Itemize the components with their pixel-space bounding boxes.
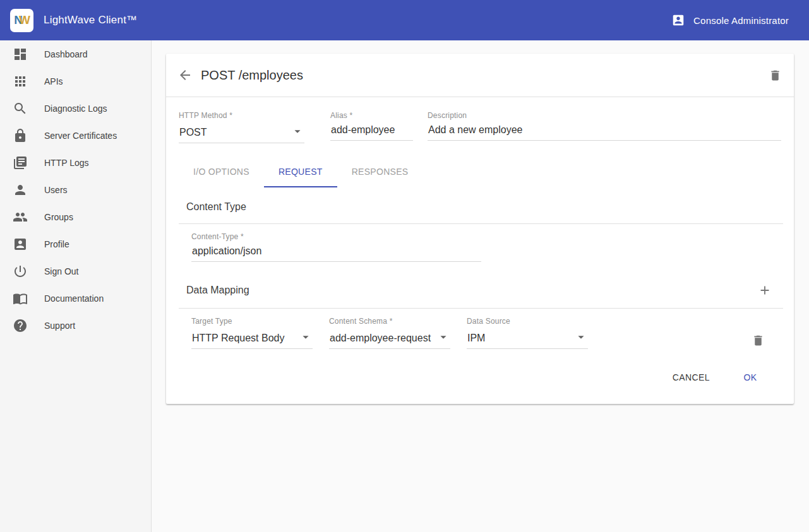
- sidebar-item-label: Dashboard: [44, 49, 88, 59]
- search-icon: [13, 101, 28, 116]
- data-source-value: IPM: [467, 333, 485, 344]
- ok-button[interactable]: OK: [730, 366, 770, 389]
- content-type-row: Content-Type * application/json: [166, 224, 794, 262]
- app-logo: NW: [10, 9, 33, 32]
- trash-icon: [752, 334, 765, 347]
- sidebar-nav: Dashboard APIs Diagnostic Logs Server Ce…: [0, 40, 152, 532]
- method-form-row: HTTP Method * POST Alias * add-employee …: [166, 97, 794, 143]
- user-account-button[interactable]: Console Administrator: [671, 13, 789, 27]
- sidebar-item-label: APIs: [44, 76, 63, 86]
- library-books-icon: [13, 155, 28, 170]
- sidebar-item-sign-out[interactable]: Sign Out: [0, 257, 151, 285]
- sidebar-item-label: Server Certificates: [44, 131, 117, 141]
- data-mapping-heading: Data Mapping: [186, 285, 249, 296]
- sidebar-item-label: Profile: [44, 239, 69, 249]
- content-schema-select[interactable]: Content Schema * add-employee-request: [329, 317, 450, 349]
- target-type-label: Target Type: [191, 317, 313, 326]
- content-schema-label: Content Schema *: [329, 317, 450, 326]
- data-source-label: Data Source: [467, 317, 588, 326]
- help-icon: [13, 318, 28, 333]
- cancel-button[interactable]: CANCEL: [662, 366, 720, 389]
- account-box-icon: [671, 13, 685, 27]
- app-header: NW LightWave Client™ Console Administrat…: [0, 0, 809, 40]
- sidebar-item-label: HTTP Logs: [44, 158, 89, 168]
- page-title: POST /employees: [201, 68, 303, 83]
- delete-mapping-button[interactable]: [752, 334, 765, 347]
- method-tabs: I/O OPTIONS REQUEST RESPONSES: [179, 157, 794, 187]
- http-method-value: POST: [179, 127, 207, 138]
- http-method-select[interactable]: HTTP Method * POST: [179, 111, 304, 143]
- sidebar-item-server-certificates[interactable]: Server Certificates: [0, 122, 151, 149]
- add-mapping-button[interactable]: [758, 283, 772, 297]
- alias-value: add-employee: [331, 124, 395, 136]
- sidebar-item-dashboard[interactable]: Dashboard: [0, 40, 151, 68]
- card-header: POST /employees: [166, 54, 794, 97]
- http-method-label: HTTP Method *: [179, 111, 304, 120]
- tab-request[interactable]: REQUEST: [264, 157, 337, 187]
- dropdown-arrow-icon[interactable]: [574, 330, 588, 344]
- delete-method-button[interactable]: [769, 69, 782, 82]
- sidebar-item-users[interactable]: Users: [0, 176, 151, 203]
- sidebar-item-label: Users: [44, 185, 68, 195]
- app-title: LightWave Client™: [44, 14, 137, 27]
- content-type-label: Content-Type *: [191, 232, 481, 241]
- sidebar-item-documentation[interactable]: Documentation: [0, 285, 151, 312]
- trash-icon: [769, 69, 782, 82]
- data-mapping-section-header: Data Mapping: [186, 283, 794, 297]
- apps-grid-icon: [13, 74, 28, 89]
- people-icon: [13, 210, 28, 225]
- content-type-input[interactable]: Content-Type * application/json: [191, 232, 481, 262]
- dropdown-arrow-icon[interactable]: [291, 124, 304, 138]
- target-type-select[interactable]: Target Type HTTP Request Body: [191, 317, 313, 349]
- data-source-select[interactable]: Data Source IPM: [467, 317, 588, 349]
- sidebar-item-support[interactable]: Support: [0, 312, 151, 339]
- content-schema-value: add-employee-request: [330, 333, 431, 344]
- content-type-section-header: Content Type: [186, 201, 794, 213]
- target-type-value: HTTP Request Body: [192, 333, 284, 344]
- lock-icon: [13, 128, 28, 143]
- dropdown-arrow-icon[interactable]: [436, 330, 450, 344]
- description-value: Add a new employee: [428, 124, 522, 136]
- alias-input[interactable]: Alias * add-employee: [330, 111, 413, 143]
- back-button[interactable]: [177, 68, 193, 83]
- arrow-back-icon: [177, 68, 193, 83]
- content-type-value: application/json: [192, 245, 261, 257]
- dropdown-arrow-icon[interactable]: [299, 330, 313, 344]
- dashboard-icon: [13, 47, 28, 62]
- logo-letter-w: W: [19, 13, 30, 27]
- plus-icon: [758, 283, 772, 297]
- tab-responses[interactable]: RESPONSES: [337, 157, 423, 187]
- description-input[interactable]: Description Add a new employee: [428, 111, 781, 143]
- sidebar-item-label: Diagnostic Logs: [44, 103, 107, 114]
- main-content: POST /employees HTTP Method * POST Alias…: [152, 40, 809, 532]
- api-method-card: POST /employees HTTP Method * POST Alias…: [166, 54, 794, 404]
- person-icon: [13, 182, 28, 198]
- card-actions: CANCEL OK: [166, 349, 794, 404]
- sidebar-item-label: Sign Out: [44, 266, 78, 276]
- sidebar-item-profile[interactable]: Profile: [0, 230, 151, 257]
- user-name: Console Administrator: [693, 15, 789, 26]
- sidebar-item-apis[interactable]: APIs: [0, 68, 151, 95]
- account-box-icon: [13, 237, 28, 252]
- sidebar-item-http-logs[interactable]: HTTP Logs: [0, 149, 151, 176]
- open-book-icon: [13, 291, 28, 306]
- data-mapping-row: Target Type HTTP Request Body Content Sc…: [166, 309, 794, 349]
- sidebar-item-label: Documentation: [44, 293, 104, 304]
- tab-io-options[interactable]: I/O OPTIONS: [179, 157, 264, 187]
- description-label: Description: [428, 111, 781, 120]
- sidebar-item-diagnostic-logs[interactable]: Diagnostic Logs: [0, 95, 151, 122]
- sidebar-item-label: Groups: [44, 212, 73, 222]
- power-icon: [13, 264, 28, 279]
- alias-label: Alias *: [330, 111, 413, 120]
- sidebar-item-groups[interactable]: Groups: [0, 203, 151, 230]
- content-type-heading: Content Type: [186, 201, 246, 213]
- sidebar-item-label: Support: [44, 321, 75, 331]
